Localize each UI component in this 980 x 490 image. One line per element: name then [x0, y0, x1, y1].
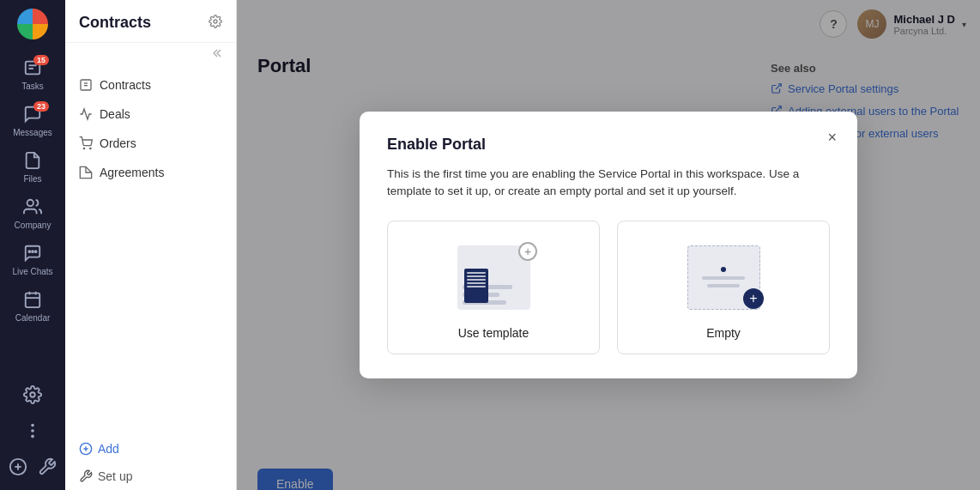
template-illustration: +	[446, 239, 541, 316]
files-icon	[23, 151, 42, 170]
modal-options: + Use template + Empty	[387, 221, 830, 354]
svg-point-3	[27, 200, 33, 206]
sidebar-item-settings[interactable]	[0, 378, 67, 411]
empty-illustration: +	[676, 239, 771, 316]
nav-header: Contracts	[65, 0, 236, 43]
nav-add-button[interactable]: Add	[65, 435, 236, 463]
svg-point-12	[32, 430, 33, 432]
nav-item-orders[interactable]: Orders	[65, 129, 236, 158]
app-logo	[15, 7, 50, 41]
wrench-icon	[38, 457, 57, 476]
orders-icon	[79, 136, 93, 150]
svg-point-4	[32, 251, 33, 252]
sidebar-tool-button[interactable]	[34, 454, 60, 480]
sidebar: 15 Tasks 23 Messages Files	[0, 0, 65, 490]
sidebar-item-more[interactable]	[0, 414, 67, 447]
messages-label: Messages	[13, 128, 52, 137]
company-label: Company	[15, 221, 51, 230]
template-add-icon: +	[518, 242, 537, 261]
svg-point-11	[30, 392, 35, 397]
nav-panel: Contracts Contracts Deals	[65, 0, 237, 490]
modal-title: Enable Portal	[387, 136, 830, 154]
svg-point-5	[28, 251, 30, 252]
svg-point-18	[214, 20, 217, 23]
modal-description: This is the first time you are enabling …	[387, 166, 830, 201]
use-template-label: Use template	[458, 326, 529, 340]
main-content: ? MJ Michael J D Parcyna Ltd. ▾ Portal E…	[237, 0, 980, 490]
calendar-icon	[23, 290, 42, 309]
svg-point-6	[35, 251, 37, 252]
calendar-label: Calendar	[15, 313, 51, 323]
gear-icon	[209, 15, 222, 28]
svg-point-13	[32, 425, 33, 426]
enable-portal-modal: × Enable Portal This is the first time y…	[360, 112, 857, 379]
nav-item-contracts[interactable]: Contracts	[65, 70, 236, 100]
sidebar-add-button[interactable]	[5, 454, 31, 480]
nav-gear-button[interactable]	[209, 15, 222, 32]
sidebar-item-live-chats[interactable]: Live Chats	[0, 237, 65, 283]
live-chats-icon	[23, 244, 42, 263]
files-label: Files	[23, 174, 41, 184]
tasks-label: Tasks	[21, 82, 44, 91]
live-chats-label: Live Chats	[12, 267, 52, 276]
sidebar-item-tasks[interactable]: 15 Tasks	[0, 51, 65, 98]
svg-rect-7	[26, 293, 40, 308]
more-icon	[23, 421, 42, 440]
messages-badge: 23	[33, 101, 49, 112]
svg-point-23	[90, 148, 91, 148]
modal-close-button[interactable]: ×	[827, 129, 837, 147]
company-icon	[23, 197, 42, 216]
collapse-icon	[212, 46, 226, 60]
empty-label: Empty	[706, 326, 741, 340]
nav-title: Contracts	[79, 14, 151, 32]
svg-point-22	[83, 148, 84, 148]
deals-icon	[79, 107, 93, 121]
contracts-nav-icon	[79, 78, 93, 92]
svg-point-14	[32, 436, 33, 438]
use-template-option[interactable]: + Use template	[387, 221, 600, 354]
sidebar-item-files[interactable]: Files	[0, 144, 65, 191]
nav-setup-button[interactable]: Set up	[65, 463, 236, 490]
sidebar-item-company[interactable]: Company	[0, 191, 65, 237]
tasks-badge: 15	[33, 55, 49, 65]
add-circle-icon	[79, 442, 93, 456]
agreements-icon	[79, 166, 93, 179]
setup-icon	[79, 469, 93, 483]
sidebar-item-calendar[interactable]: Calendar	[0, 283, 65, 330]
empty-option[interactable]: + Empty	[617, 221, 830, 354]
nav-item-deals[interactable]: Deals	[65, 100, 236, 129]
add-icon	[9, 457, 27, 476]
settings-icon	[23, 385, 42, 404]
nav-collapse-button[interactable]	[65, 43, 236, 64]
nav-items: Contracts Deals Orders Agreements	[65, 64, 236, 435]
nav-item-agreements[interactable]: Agreements	[65, 158, 236, 187]
sidebar-item-messages[interactable]: 23 Messages	[0, 98, 65, 144]
modal-overlay: × Enable Portal This is the first time y…	[237, 0, 980, 490]
empty-plus-icon: +	[743, 288, 764, 309]
